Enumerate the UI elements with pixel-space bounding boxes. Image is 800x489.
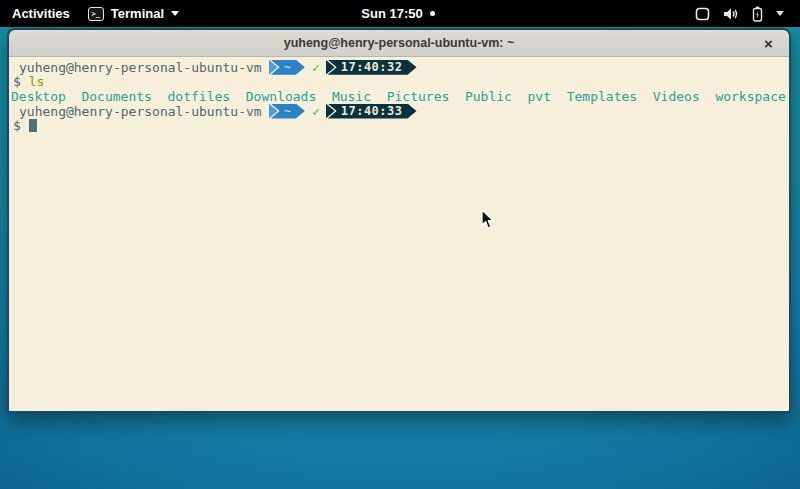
chevron-down-icon — [171, 11, 179, 16]
ls-output-line: Desktop Documents dotfiles Downloads Mus… — [11, 89, 787, 104]
directory-name: Public — [465, 89, 512, 104]
terminal-app-icon: >_ — [88, 7, 104, 21]
battery-charging-icon — [752, 6, 763, 22]
app-menu-label: Terminal — [111, 6, 164, 21]
directory-name: Desktop — [11, 89, 66, 104]
typed-command: ls — [29, 74, 45, 89]
prompt-timestamp: 17:40:32 — [328, 60, 417, 75]
text-cursor — [29, 119, 37, 132]
prompt-symbol: $ — [13, 118, 21, 133]
system-tray[interactable] — [435, 6, 800, 22]
directory-name: Templates — [567, 89, 637, 104]
activities-button[interactable]: Activities — [12, 6, 70, 21]
status-check-icon: ✓ — [312, 104, 320, 119]
input-line: $ — [11, 118, 787, 133]
prompt-timestamp: 17:40:33 — [328, 104, 417, 119]
directory-name: Downloads — [246, 89, 316, 104]
directory-name: Pictures — [387, 89, 450, 104]
prompt-user-host: yuheng@henry-personal-ubuntu-vm — [19, 104, 262, 119]
volume-icon — [723, 7, 739, 21]
prompt-line-1: yuheng@henry-personal-ubuntu-vm ~ ✓ 17:4… — [11, 60, 787, 75]
directory-name: Music — [332, 89, 371, 104]
prompt-symbol: $ — [13, 74, 21, 89]
top-bar-left: Activities >_ Terminal — [0, 6, 361, 21]
directory-name: Documents — [81, 89, 151, 104]
window-titlebar[interactable]: yuheng@henry-personal-ubuntu-vm: ~ × — [9, 30, 789, 57]
display-icon — [695, 7, 710, 21]
prompt-time-segment: 17:40:32 — [326, 60, 417, 75]
prompt-path-segment: ~ — [269, 60, 305, 75]
app-menu-terminal[interactable]: >_ Terminal — [88, 6, 179, 21]
terminal-window: yuheng@henry-personal-ubuntu-vm: ~ × yuh… — [7, 28, 791, 413]
tray-chevron-down-icon — [776, 11, 784, 16]
prompt-user-host: yuheng@henry-personal-ubuntu-vm — [19, 60, 262, 75]
directory-name: dotfiles — [168, 89, 231, 104]
window-title: yuheng@henry-personal-ubuntu-vm: ~ — [284, 36, 515, 50]
prompt-time-segment: 17:40:33 — [326, 104, 417, 119]
prompt-path-segment: ~ — [269, 104, 305, 119]
command-line: $ ls — [11, 75, 787, 90]
directory-name: pvt — [528, 89, 551, 104]
status-check-icon: ✓ — [312, 60, 320, 75]
directory-name: Videos — [653, 89, 700, 104]
prompt-line-2: yuheng@henry-personal-ubuntu-vm ~ ✓ 17:4… — [11, 104, 787, 119]
top-bar: Activities >_ Terminal Sun 17:50 — [0, 0, 800, 27]
terminal-content[interactable]: yuheng@henry-personal-ubuntu-vm ~ ✓ 17:4… — [9, 57, 789, 411]
clock-menu[interactable]: Sun 17:50 — [361, 6, 434, 21]
close-button[interactable]: × — [758, 33, 779, 54]
clock-label: Sun 17:50 — [361, 6, 422, 21]
directory-name: workspace — [715, 89, 785, 104]
